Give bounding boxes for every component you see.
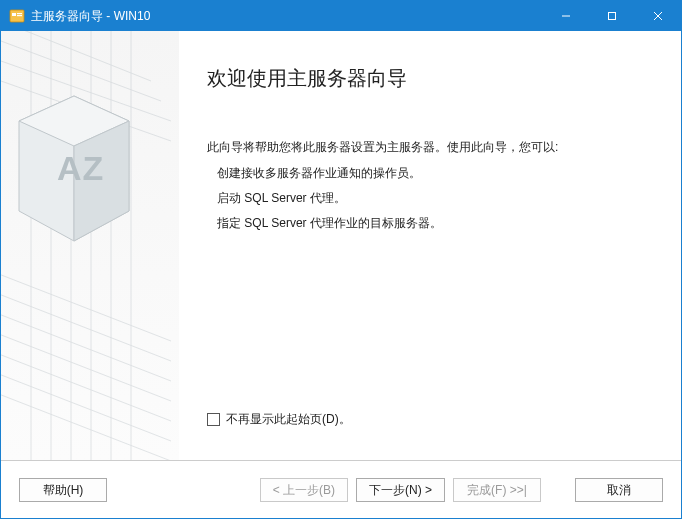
next-button[interactable]: 下一步(N) > [356, 478, 445, 502]
az-badge: AZ [57, 149, 104, 188]
svg-rect-3 [17, 15, 22, 16]
dont-show-again-row[interactable]: 不再显示此起始页(D)。 [207, 411, 351, 428]
wizard-side-graphic: AZ [1, 31, 179, 460]
svg-line-14 [1, 311, 171, 381]
page-heading: 欢迎使用主服务器向导 [207, 65, 651, 92]
svg-line-8 [1, 31, 151, 81]
svg-line-17 [1, 371, 171, 441]
button-bar: 帮助(H) < 上一步(B) 下一步(N) > 完成(F) >>| 取消 [1, 461, 681, 519]
svg-line-18 [1, 391, 171, 460]
page-intro: 此向导将帮助您将此服务器设置为主服务器。使用此向导，您可以: [207, 138, 651, 156]
app-icon [9, 8, 25, 24]
bullet-item: 启动 SQL Server 代理。 [217, 189, 651, 208]
svg-line-13 [1, 291, 171, 361]
svg-rect-1 [12, 13, 16, 16]
content-area: AZ 欢迎使用主服务器向导 此向导将帮助您将此服务器设置为主服务器。使用此向导，… [1, 31, 681, 460]
close-button[interactable] [635, 1, 681, 31]
svg-rect-2 [17, 13, 22, 14]
minimize-button[interactable] [543, 1, 589, 31]
svg-line-16 [1, 351, 171, 421]
bullet-item: 创建接收多服务器作业通知的操作员。 [217, 164, 651, 183]
svg-rect-5 [609, 13, 616, 20]
cube-graphic: AZ [9, 91, 139, 261]
finish-button: 完成(F) >>| [453, 478, 541, 502]
window-controls [543, 1, 681, 31]
back-button: < 上一步(B) [260, 478, 348, 502]
wizard-page: 欢迎使用主服务器向导 此向导将帮助您将此服务器设置为主服务器。使用此向导，您可以… [179, 31, 681, 460]
cancel-button[interactable]: 取消 [575, 478, 663, 502]
maximize-button[interactable] [589, 1, 635, 31]
svg-line-15 [1, 331, 171, 401]
titlebar: 主服务器向导 - WIN10 [1, 1, 681, 31]
checkbox-icon[interactable] [207, 413, 220, 426]
checkbox-label: 不再显示此起始页(D)。 [226, 411, 351, 428]
help-button[interactable]: 帮助(H) [19, 478, 107, 502]
window-title: 主服务器向导 - WIN10 [31, 8, 543, 25]
bullet-item: 指定 SQL Server 代理作业的目标服务器。 [217, 214, 651, 233]
svg-line-12 [1, 271, 171, 341]
